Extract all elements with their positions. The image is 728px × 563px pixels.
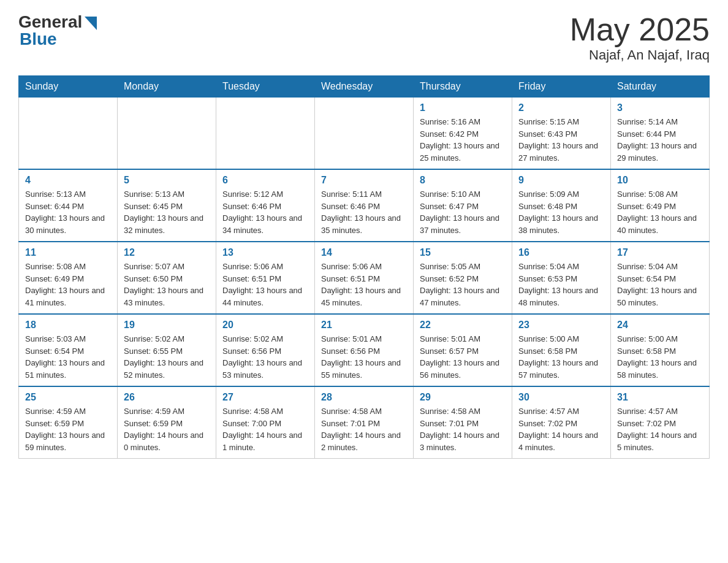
day-info: Sunrise: 5:06 AM Sunset: 6:51 PM Dayligh… (222, 261, 308, 308)
calendar-cell: 31Sunrise: 4:57 AM Sunset: 7:02 PM Dayli… (611, 386, 710, 459)
day-number: 24 (617, 320, 703, 331)
logo-blue-text: Blue (20, 29, 57, 49)
logo-arrow-icon (85, 17, 97, 30)
day-number: 28 (321, 392, 407, 403)
day-info: Sunrise: 4:59 AM Sunset: 6:59 PM Dayligh… (25, 405, 111, 453)
day-number: 22 (420, 320, 506, 331)
day-info: Sunrise: 5:02 AM Sunset: 6:56 PM Dayligh… (222, 333, 308, 381)
calendar-cell: 22Sunrise: 5:01 AM Sunset: 6:57 PM Dayli… (414, 314, 512, 386)
day-info: Sunrise: 4:58 AM Sunset: 7:01 PM Dayligh… (321, 405, 407, 453)
calendar-cell: 12Sunrise: 5:07 AM Sunset: 6:50 PM Dayli… (118, 242, 216, 314)
day-number: 10 (617, 175, 703, 186)
day-number: 27 (222, 392, 308, 403)
calendar-cell: 24Sunrise: 5:00 AM Sunset: 6:58 PM Dayli… (611, 314, 710, 386)
calendar-cell: 26Sunrise: 4:59 AM Sunset: 6:59 PM Dayli… (118, 386, 216, 459)
title-block: May 2025 Najaf, An Najaf, Iraq (570, 12, 710, 63)
calendar-cell: 16Sunrise: 5:04 AM Sunset: 6:53 PM Dayli… (512, 242, 611, 314)
calendar-week-2: 4Sunrise: 5:13 AM Sunset: 6:44 PM Daylig… (19, 169, 710, 242)
day-number: 19 (124, 320, 210, 331)
calendar-cell: 28Sunrise: 4:58 AM Sunset: 7:01 PM Dayli… (315, 386, 414, 459)
day-number: 25 (25, 392, 111, 403)
calendar-cell: 6Sunrise: 5:12 AM Sunset: 6:46 PM Daylig… (216, 169, 315, 242)
day-number: 18 (25, 320, 111, 331)
calendar-cell: 29Sunrise: 4:58 AM Sunset: 7:01 PM Dayli… (414, 386, 512, 459)
month-title: May 2025 (570, 12, 710, 47)
weekday-header-tuesday: Tuesday (216, 76, 315, 98)
day-number: 1 (420, 102, 506, 113)
calendar-cell (118, 98, 216, 170)
svg-marker-0 (85, 17, 97, 30)
calendar-table: SundayMondayTuesdayWednesdayThursdayFrid… (18, 75, 710, 459)
day-info: Sunrise: 5:07 AM Sunset: 6:50 PM Dayligh… (124, 261, 210, 308)
calendar-cell: 2Sunrise: 5:15 AM Sunset: 6:43 PM Daylig… (512, 98, 611, 170)
day-number: 8 (420, 175, 506, 186)
calendar-cell: 27Sunrise: 4:58 AM Sunset: 7:00 PM Dayli… (216, 386, 315, 459)
calendar-cell: 4Sunrise: 5:13 AM Sunset: 6:44 PM Daylig… (19, 169, 118, 242)
day-info: Sunrise: 5:13 AM Sunset: 6:44 PM Dayligh… (25, 188, 111, 236)
calendar-cell: 20Sunrise: 5:02 AM Sunset: 6:56 PM Dayli… (216, 314, 315, 386)
day-info: Sunrise: 5:03 AM Sunset: 6:54 PM Dayligh… (25, 333, 111, 381)
calendar-cell (315, 98, 414, 170)
day-number: 15 (420, 247, 506, 258)
weekday-header-wednesday: Wednesday (315, 76, 414, 98)
calendar-cell: 30Sunrise: 4:57 AM Sunset: 7:02 PM Dayli… (512, 386, 611, 459)
logo: General Blue (18, 12, 97, 49)
day-info: Sunrise: 5:02 AM Sunset: 6:55 PM Dayligh… (124, 333, 210, 381)
weekday-header-sunday: Sunday (19, 76, 118, 98)
day-info: Sunrise: 5:01 AM Sunset: 6:56 PM Dayligh… (321, 333, 407, 381)
weekday-header-thursday: Thursday (414, 76, 512, 98)
calendar-cell: 21Sunrise: 5:01 AM Sunset: 6:56 PM Dayli… (315, 314, 414, 386)
day-info: Sunrise: 5:09 AM Sunset: 6:48 PM Dayligh… (518, 188, 604, 236)
day-info: Sunrise: 5:00 AM Sunset: 6:58 PM Dayligh… (617, 333, 703, 381)
calendar-cell: 11Sunrise: 5:08 AM Sunset: 6:49 PM Dayli… (19, 242, 118, 314)
day-info: Sunrise: 5:12 AM Sunset: 6:46 PM Dayligh… (222, 188, 308, 236)
day-number: 16 (518, 247, 604, 258)
day-info: Sunrise: 4:57 AM Sunset: 7:02 PM Dayligh… (617, 405, 703, 453)
day-info: Sunrise: 5:04 AM Sunset: 6:53 PM Dayligh… (518, 261, 604, 308)
calendar-cell: 17Sunrise: 5:04 AM Sunset: 6:54 PM Dayli… (611, 242, 710, 314)
calendar-week-4: 18Sunrise: 5:03 AM Sunset: 6:54 PM Dayli… (19, 314, 710, 386)
calendar-cell: 25Sunrise: 4:59 AM Sunset: 6:59 PM Dayli… (19, 386, 118, 459)
day-info: Sunrise: 5:14 AM Sunset: 6:44 PM Dayligh… (617, 116, 703, 164)
day-info: Sunrise: 5:05 AM Sunset: 6:52 PM Dayligh… (420, 261, 506, 308)
day-number: 2 (518, 102, 604, 113)
day-number: 30 (518, 392, 604, 403)
day-info: Sunrise: 4:57 AM Sunset: 7:02 PM Dayligh… (518, 405, 604, 453)
day-number: 20 (222, 320, 308, 331)
calendar-week-1: 1Sunrise: 5:16 AM Sunset: 6:42 PM Daylig… (19, 98, 710, 170)
calendar-cell: 3Sunrise: 5:14 AM Sunset: 6:44 PM Daylig… (611, 98, 710, 170)
day-number: 14 (321, 247, 407, 258)
weekday-header-friday: Friday (512, 76, 611, 98)
day-info: Sunrise: 5:11 AM Sunset: 6:46 PM Dayligh… (321, 188, 407, 236)
calendar-cell: 23Sunrise: 5:00 AM Sunset: 6:58 PM Dayli… (512, 314, 611, 386)
day-info: Sunrise: 5:08 AM Sunset: 6:49 PM Dayligh… (617, 188, 703, 236)
calendar-cell: 1Sunrise: 5:16 AM Sunset: 6:42 PM Daylig… (414, 98, 512, 170)
calendar-cell: 15Sunrise: 5:05 AM Sunset: 6:52 PM Dayli… (414, 242, 512, 314)
calendar-cell: 5Sunrise: 5:13 AM Sunset: 6:45 PM Daylig… (118, 169, 216, 242)
day-number: 31 (617, 392, 703, 403)
calendar-cell: 9Sunrise: 5:09 AM Sunset: 6:48 PM Daylig… (512, 169, 611, 242)
day-number: 23 (518, 320, 604, 331)
calendar-week-3: 11Sunrise: 5:08 AM Sunset: 6:49 PM Dayli… (19, 242, 710, 314)
calendar-cell (216, 98, 315, 170)
calendar-cell: 8Sunrise: 5:10 AM Sunset: 6:47 PM Daylig… (414, 169, 512, 242)
day-number: 6 (222, 175, 308, 186)
day-info: Sunrise: 5:10 AM Sunset: 6:47 PM Dayligh… (420, 188, 506, 236)
page-header: General Blue May 2025 Najaf, An Najaf, I… (18, 12, 710, 63)
day-info: Sunrise: 5:13 AM Sunset: 6:45 PM Dayligh… (124, 188, 210, 236)
day-number: 3 (617, 102, 703, 113)
calendar-cell: 19Sunrise: 5:02 AM Sunset: 6:55 PM Dayli… (118, 314, 216, 386)
day-number: 13 (222, 247, 308, 258)
day-info: Sunrise: 5:16 AM Sunset: 6:42 PM Dayligh… (420, 116, 506, 164)
day-info: Sunrise: 4:59 AM Sunset: 6:59 PM Dayligh… (124, 405, 210, 453)
weekday-header-saturday: Saturday (611, 76, 710, 98)
day-number: 11 (25, 247, 111, 258)
day-info: Sunrise: 5:15 AM Sunset: 6:43 PM Dayligh… (518, 116, 604, 164)
day-number: 5 (124, 175, 210, 186)
day-info: Sunrise: 5:04 AM Sunset: 6:54 PM Dayligh… (617, 261, 703, 308)
day-info: Sunrise: 5:00 AM Sunset: 6:58 PM Dayligh… (518, 333, 604, 381)
calendar-cell: 10Sunrise: 5:08 AM Sunset: 6:49 PM Dayli… (611, 169, 710, 242)
location-title: Najaf, An Najaf, Iraq (570, 47, 710, 63)
day-info: Sunrise: 4:58 AM Sunset: 7:01 PM Dayligh… (420, 405, 506, 453)
day-number: 4 (25, 175, 111, 186)
